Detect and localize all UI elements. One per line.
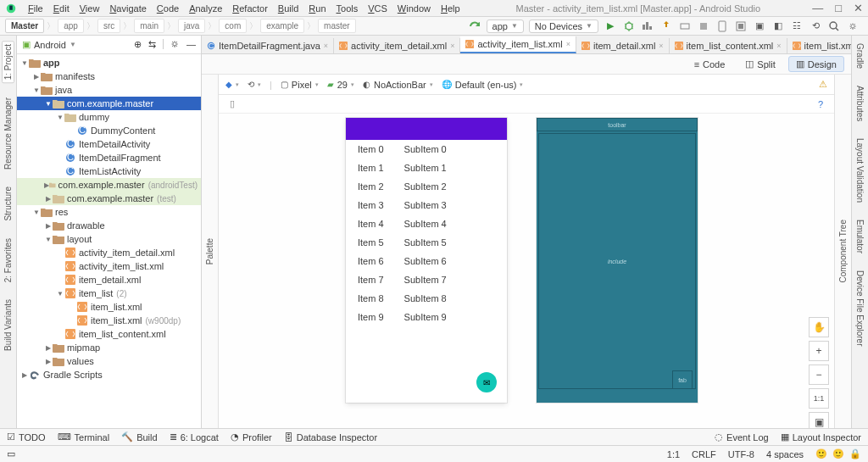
- close-icon[interactable]: ×: [450, 42, 454, 50]
- tool-layout-validation[interactable]: Layout Validation: [854, 136, 865, 205]
- tab-activity-item-detail-xml[interactable]: activity_item_detail.xml×: [334, 38, 460, 53]
- gear-icon[interactable]: ⛭: [170, 39, 180, 50]
- palette-tab[interactable]: Palette: [204, 236, 215, 267]
- tree-itemdetailactivity[interactable]: CItemDetailActivity: [17, 137, 201, 151]
- menu-navigate[interactable]: Navigate: [105, 3, 150, 14]
- zoom-out-button[interactable]: −: [809, 365, 829, 385]
- bottom-layout-inspector[interactable]: ▦Layout Inspector: [781, 431, 861, 443]
- blueprint-preview[interactable]: toolbar include fab: [537, 118, 698, 403]
- zoom-in-button[interactable]: +: [809, 341, 829, 361]
- tree-layout[interactable]: ▼layout: [17, 232, 201, 246]
- tree-drawable[interactable]: ▶drawable: [17, 219, 201, 232]
- caret-position[interactable]: 1:1: [667, 449, 680, 459]
- crumb-example[interactable]: example: [260, 19, 304, 33]
- maximize-button[interactable]: □: [835, 2, 842, 14]
- menu-edit[interactable]: Edit: [49, 3, 74, 14]
- theme-selector[interactable]: ◐ NoActionBar ▾: [363, 80, 433, 90]
- component-tree-tab[interactable]: Component Tree: [837, 217, 849, 286]
- tool-device-file-explorer[interactable]: Device File Explorer: [854, 268, 865, 348]
- view-code[interactable]: ≡Code: [687, 57, 733, 72]
- tree-mipmap[interactable]: ▶mipmap: [17, 341, 201, 354]
- target-icon[interactable]: ⊕: [134, 39, 142, 50]
- structure-icon[interactable]: ☷: [790, 19, 804, 33]
- layout-canvas[interactable]: Item 0SubItem 0Item 1SubItem 1Item 2SubI…: [219, 114, 834, 428]
- hide-icon[interactable]: —: [186, 39, 196, 50]
- tree-values[interactable]: ▶values: [17, 354, 201, 368]
- tab-item-list-content-xml[interactable]: item_list_content.xml×: [670, 38, 787, 53]
- apply-changes-icon[interactable]: [659, 19, 673, 33]
- tree-itemdetailfragment[interactable]: CItemDetailFragment: [17, 151, 201, 164]
- menu-code[interactable]: Code: [153, 3, 183, 14]
- settings-icon[interactable]: ⛭: [846, 19, 860, 33]
- tree-java[interactable]: ▼java: [17, 83, 201, 97]
- search-icon[interactable]: [827, 19, 841, 33]
- close-icon[interactable]: ×: [566, 40, 570, 48]
- close-icon[interactable]: ×: [324, 42, 328, 50]
- avd-manager-icon[interactable]: [715, 19, 729, 33]
- indent-setting[interactable]: 4 spaces: [766, 449, 804, 459]
- help-icon[interactable]: ?: [814, 97, 827, 111]
- tree-itemlistactivity[interactable]: CItemListActivity: [17, 164, 201, 178]
- tool-1-project[interactable]: 1: Project: [2, 41, 14, 83]
- menu-vcs[interactable]: VCS: [364, 3, 392, 14]
- tree-item-list-xml[interactable]: item_list.xml: [17, 300, 201, 314]
- menu-view[interactable]: View: [75, 3, 104, 14]
- tree-dummy[interactable]: ▼dummy: [17, 110, 201, 124]
- tree-item-list[interactable]: ▼item_list(2): [17, 287, 201, 300]
- crumb-Master[interactable]: Master: [5, 19, 44, 33]
- orientation-selector[interactable]: ⟲▾: [248, 80, 261, 89]
- design-preview[interactable]: Item 0SubItem 0Item 1SubItem 1Item 2SubI…: [346, 118, 507, 403]
- project-tree[interactable]: ▼app▶manifests▼java▼com.example.master▼d…: [17, 54, 201, 428]
- resource-manager-icon[interactable]: ◧: [771, 19, 785, 33]
- tab-activity-item-list-xml[interactable]: activity_item_list.xml×: [460, 36, 576, 53]
- bottom-6-logcat[interactable]: ≣6: Logcat: [170, 431, 219, 443]
- tool-structure[interactable]: Structure: [3, 184, 14, 224]
- tree-activity-item-list-xml[interactable]: activity_item_list.xml: [17, 259, 201, 273]
- tree-item-detail-xml[interactable]: item_detail.xml: [17, 273, 201, 287]
- component-tree-strip[interactable]: Component Tree: [834, 75, 851, 428]
- tab-item-list-xml[interactable]: item_list.xml×: [787, 38, 851, 53]
- tree-com-example-master[interactable]: ▶com.example.master(test): [17, 192, 201, 205]
- tree-item-list-xml[interactable]: item_list.xml(w900dp): [17, 314, 201, 327]
- file-encoding[interactable]: UTF-8: [728, 449, 754, 459]
- tree-app[interactable]: ▼app: [17, 56, 201, 70]
- stop-button[interactable]: [697, 19, 710, 33]
- minimize-button[interactable]: —: [812, 2, 823, 14]
- lock-icon[interactable]: 🔒: [849, 448, 861, 459]
- tab-item-detail-xml[interactable]: item_detail.xml×: [576, 38, 670, 53]
- bottom-build[interactable]: 🔨Build: [121, 431, 157, 443]
- run-button[interactable]: ▶: [604, 19, 617, 33]
- sync-icon[interactable]: [468, 19, 481, 33]
- run-config-selector[interactable]: app▼: [487, 19, 524, 33]
- gradle-icon[interactable]: ⟲: [809, 19, 822, 33]
- pan-button[interactable]: ✋: [809, 317, 829, 337]
- bottom-event-log[interactable]: ◌Event Log: [715, 431, 769, 443]
- project-view-header[interactable]: ▣ Android ▼ ⊕ ⇆ ⛭ —: [17, 36, 201, 54]
- layout-inspector-icon[interactable]: ▣: [753, 19, 766, 33]
- collapse-icon[interactable]: ⇆: [148, 39, 156, 50]
- attach-debugger-icon[interactable]: [678, 19, 692, 33]
- line-separator[interactable]: CRLF: [692, 449, 716, 459]
- menu-tools[interactable]: Tools: [332, 3, 363, 14]
- crumb-app[interactable]: app: [58, 19, 84, 33]
- menu-help[interactable]: Help: [437, 3, 465, 14]
- menu-refactor[interactable]: Refactor: [228, 3, 272, 14]
- api-level[interactable]: ▰ 29 ▾: [327, 80, 354, 90]
- bottom-profiler[interactable]: ◔Profiler: [231, 431, 272, 443]
- close-icon[interactable]: ×: [659, 42, 663, 50]
- bottom-database-inspector[interactable]: 🗄Database Inspector: [284, 431, 377, 443]
- menu-build[interactable]: Build: [274, 3, 303, 14]
- locale-selector[interactable]: 🌐 Default (en-us) ▾: [442, 80, 524, 90]
- phone-frame-icon[interactable]: ▯: [225, 97, 239, 111]
- tool-build-variants[interactable]: Build Variants: [3, 297, 14, 353]
- tree-gradle-scripts[interactable]: ▶Gradle Scripts: [17, 368, 201, 381]
- crumb-com[interactable]: com: [219, 19, 247, 33]
- menu-window[interactable]: Window: [393, 3, 435, 14]
- tree-dummycontent[interactable]: CDummyContent: [17, 124, 201, 137]
- surface-selector[interactable]: ◆▾: [225, 80, 239, 89]
- tool-attributes[interactable]: Attributes: [854, 83, 865, 124]
- crumb-main[interactable]: main: [134, 19, 164, 33]
- menu-file[interactable]: File: [24, 3, 47, 14]
- view-design[interactable]: ▥Design: [788, 56, 844, 72]
- tree-activity-item-detail-xml[interactable]: activity_item_detail.xml: [17, 246, 201, 259]
